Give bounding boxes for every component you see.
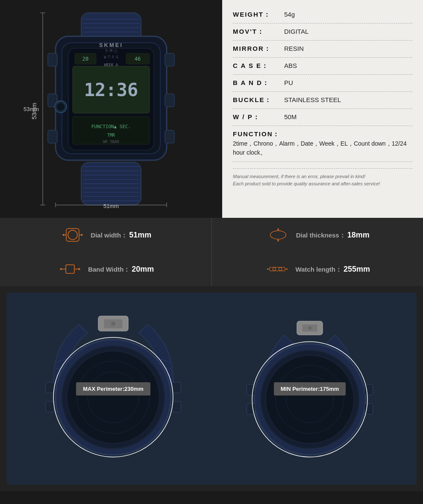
- spec-mirror-label: MIRROR：: [233, 45, 284, 53]
- spec-band-value: PU: [284, 79, 293, 86]
- svg-rect-65: [270, 267, 285, 271]
- svg-point-82: [111, 322, 115, 326]
- spec-movement-row: MOV'T： DIGITAL: [233, 23, 412, 41]
- spec-buckle-row: BUCKLE： STAINLESS STEEL: [233, 92, 412, 109]
- watch-svg: 12:36 20 46 S·M·□ W·T·F·S WEEK A FUNCTIO…: [30, 11, 192, 207]
- dial-thickness-icon: [265, 224, 291, 246]
- spec-movement-value: DIGITAL: [284, 28, 308, 35]
- dial-thickness-text: Dial thickness：18mm: [296, 231, 370, 240]
- spec-mirror-row: MIRROR： RESIN: [233, 41, 412, 58]
- svg-text:WEEK A: WEEK A: [104, 63, 118, 67]
- svg-marker-71: [287, 268, 288, 270]
- svg-rect-25: [165, 53, 174, 66]
- svg-rect-90: [172, 382, 181, 393]
- watch-image-area: 53mm 51mm: [0, 0, 222, 218]
- svg-rect-22: [48, 53, 57, 66]
- svg-point-106: [266, 355, 354, 443]
- svg-text:WR 5BAR: WR 5BAR: [103, 140, 120, 144]
- svg-point-55: [270, 231, 286, 239]
- measurement-bars: Dial width：51mm Dial thickness：18mm: [0, 218, 423, 252]
- max-perimeter-item: MAX Perimeter:230mm: [21, 303, 205, 474]
- watch-length-cell: Watch length：255mm: [212, 252, 423, 286]
- spec-buckle-value: STAINLESS STEEL: [284, 96, 341, 103]
- spec-movement-label: MOV'T：: [233, 28, 284, 36]
- perimeter-section: MAX Perimeter:230mm: [0, 286, 423, 491]
- spec-case-label: C A S E：: [233, 62, 284, 70]
- svg-marker-54: [81, 234, 83, 236]
- spec-band-row: B A N D： PU: [233, 75, 412, 92]
- svg-rect-88: [46, 382, 54, 393]
- dial-width-text: Dial width：51mm: [91, 231, 151, 240]
- svg-rect-27: [165, 130, 174, 143]
- dial-width-icon: [60, 224, 85, 246]
- svg-text:12:36: 12:36: [84, 79, 138, 100]
- specs-area: WEIGHT： 54g MOV'T： DIGITAL MIRROR： RESIN…: [222, 0, 423, 218]
- svg-rect-24: [48, 130, 57, 143]
- svg-marker-69: [267, 268, 268, 270]
- band-width-icon: [57, 258, 83, 280]
- svg-rect-60: [66, 265, 74, 273]
- watch-length-icon: [264, 258, 290, 280]
- measurement-bars-2: Band Width：20mm Watch length：255mm: [0, 252, 423, 286]
- spec-buckle-label: BUCKLE：: [233, 96, 284, 104]
- spec-weight-row: WEIGHT： 54g: [233, 6, 412, 23]
- spec-function-value: 2time，Chrono，Alarm，Date，Week，EL，Count do…: [233, 139, 412, 157]
- svg-point-85: [67, 351, 159, 443]
- svg-point-29: [57, 103, 65, 111]
- svg-marker-57: [277, 228, 279, 230]
- disclaimer-text: Manual measurement, if there is an error…: [233, 168, 412, 187]
- svg-point-50: [68, 230, 77, 240]
- spec-wp-label: W / P：: [233, 113, 284, 121]
- svg-marker-62: [60, 268, 62, 270]
- svg-text:20: 20: [82, 56, 88, 62]
- dimension-width-label: 51mm: [103, 203, 119, 209]
- band-width-cell: Band Width：20mm: [0, 252, 212, 286]
- min-perimeter-label: MIN Perimeter:175mm: [274, 382, 346, 396]
- svg-marker-52: [62, 234, 64, 236]
- spec-weight-label: WEIGHT：: [233, 11, 284, 19]
- spec-wp-row: W / P： 50M: [233, 109, 412, 126]
- svg-rect-91: [172, 401, 181, 412]
- band-width-text: Band Width：20mm: [88, 265, 154, 274]
- spec-case-value: ABS: [284, 62, 297, 69]
- svg-point-66: [273, 267, 276, 270]
- spec-wp-value: 50M: [284, 113, 297, 120]
- svg-marker-59: [277, 240, 279, 242]
- dial-thickness-cell: Dial thickness：18mm: [212, 218, 423, 252]
- spec-function-label: FUNCTION：: [233, 130, 284, 138]
- top-section: 53mm 51mm: [0, 0, 423, 218]
- perimeter-inner: MAX Perimeter:230mm: [6, 293, 417, 485]
- spec-function-row: FUNCTION： 2time，Chrono，Alarm，Date，Week，E…: [233, 126, 412, 162]
- svg-point-67: [279, 267, 282, 270]
- svg-marker-64: [79, 268, 80, 270]
- spec-band-label: B A N D：: [233, 79, 284, 87]
- spec-weight-value: 54g: [284, 11, 295, 18]
- watch-image: 53mm 51mm: [19, 4, 203, 214]
- dimension-height-label: 53mm: [24, 106, 39, 112]
- svg-text:SKMEI: SKMEI: [99, 42, 123, 48]
- svg-point-103: [308, 326, 311, 330]
- svg-text:FUNCTION▲  SEC.: FUNCTION▲ SEC.: [91, 124, 131, 129]
- svg-rect-26: [165, 94, 174, 107]
- svg-text:TMR: TMR: [107, 133, 115, 138]
- dial-width-cell: Dial width：51mm: [0, 218, 212, 252]
- max-perimeter-label: MAX Perimeter:230mm: [76, 382, 150, 396]
- svg-text:S·M·□: S·M·□: [105, 49, 117, 53]
- spec-case-row: C A S E： ABS: [233, 58, 412, 75]
- svg-text:W·T·F·S: W·T·F·S: [104, 56, 118, 59]
- svg-rect-89: [46, 401, 54, 412]
- svg-text:46: 46: [135, 56, 141, 62]
- watch-length-text: Watch length：255mm: [295, 265, 370, 274]
- spec-mirror-value: RESIN: [284, 45, 304, 52]
- min-perimeter-item: MIN Perimeter:175mm: [218, 303, 402, 474]
